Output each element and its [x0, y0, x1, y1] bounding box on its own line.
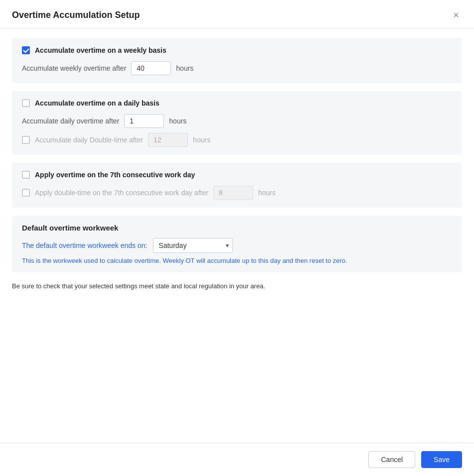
- daily-overtime-input[interactable]: [124, 114, 164, 128]
- workweek-label: The default overtime workweek ends on:: [22, 241, 147, 249]
- daily-doubletime-label: Accumulate daily Double-time after: [35, 136, 143, 144]
- daily-overtime-row: Accumulate daily overtime after hours: [22, 114, 452, 128]
- seventh-doubletime-hours: hours: [258, 189, 276, 197]
- dialog-body: Accumulate overtime on a weekly basis Ac…: [0, 28, 474, 443]
- dialog-title: Overtime Accumulation Setup: [12, 10, 140, 20]
- seventh-doubletime-checkbox[interactable]: [22, 189, 30, 197]
- daily-doubletime-input[interactable]: [148, 133, 188, 147]
- seventh-section-label: Apply overtime on the 7th consecutive wo…: [35, 171, 195, 179]
- dialog-header: Overtime Accumulation Setup ×: [0, 0, 474, 28]
- weekly-section-label: Accumulate overtime on a weekly basis: [35, 46, 166, 54]
- workweek-info-text: This is the workweek used to calculate o…: [22, 257, 452, 264]
- seventh-section-header: Apply overtime on the 7th consecutive wo…: [22, 171, 452, 179]
- workweek-select-wrapper: Sunday Monday Tuesday Wednesday Thursday…: [153, 238, 233, 253]
- seventh-day-section: Apply overtime on the 7th consecutive wo…: [12, 163, 462, 208]
- save-button[interactable]: Save: [421, 451, 462, 468]
- default-section-title: Default overtime workweek: [22, 224, 452, 232]
- daily-doubletime-hours: hours: [193, 136, 210, 144]
- daily-section-header: Accumulate overtime on a daily basis: [22, 99, 452, 107]
- seventh-checkbox[interactable]: [22, 171, 30, 179]
- weekly-overtime-row: Accumulate weekly overtime after hours: [22, 61, 452, 75]
- weekly-checkbox[interactable]: [22, 46, 30, 54]
- daily-doubletime-row: Accumulate daily Double-time after hours: [22, 133, 452, 147]
- dialog-footer: Cancel Save: [0, 443, 474, 476]
- weekly-row-label: Accumulate weekly overtime after: [22, 64, 126, 72]
- workweek-select[interactable]: Sunday Monday Tuesday Wednesday Thursday…: [153, 238, 233, 253]
- weekly-section-header: Accumulate overtime on a weekly basis: [22, 46, 452, 54]
- overtime-dialog: Overtime Accumulation Setup × Accumulate…: [0, 0, 474, 476]
- weekly-hours-label: hours: [176, 64, 193, 72]
- default-workweek-section: Default overtime workweek The default ov…: [12, 216, 462, 272]
- seventh-doubletime-input[interactable]: [213, 186, 253, 200]
- daily-section: Accumulate overtime on a daily basis Acc…: [12, 91, 462, 155]
- seventh-doubletime-row: Apply double-time on the 7th consecutive…: [22, 186, 452, 200]
- close-button[interactable]: ×: [450, 9, 462, 21]
- cancel-button[interactable]: Cancel: [368, 451, 415, 468]
- seventh-doubletime-label: Apply double-time on the 7th consecutive…: [35, 189, 208, 197]
- daily-doubletime-checkbox[interactable]: [22, 136, 30, 144]
- weekly-section: Accumulate overtime on a weekly basis Ac…: [12, 38, 462, 83]
- daily-overtime-label: Accumulate daily overtime after: [22, 117, 119, 125]
- daily-checkbox[interactable]: [22, 99, 30, 107]
- workweek-row: The default overtime workweek ends on: S…: [22, 238, 452, 253]
- disclaimer-text: Be sure to check that your selected sett…: [12, 280, 462, 290]
- daily-section-label: Accumulate overtime on a daily basis: [35, 99, 159, 107]
- weekly-hours-input[interactable]: [131, 61, 171, 75]
- daily-overtime-hours: hours: [169, 117, 186, 125]
